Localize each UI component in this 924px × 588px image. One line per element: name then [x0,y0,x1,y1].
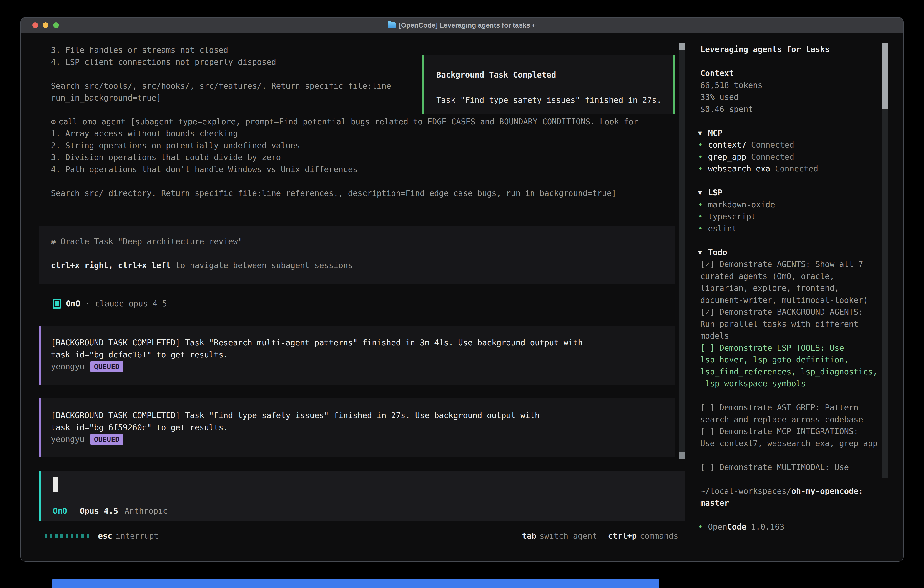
notification-body: Task "Find type safety issues" finished … [436,94,673,106]
app-window: [OpenCode] Leveraging agents for tasks ◐… [20,17,904,562]
app-name-suffix: Code [727,522,746,531]
lsp-item: •eslint [698,223,887,235]
minimize-button[interactable] [43,22,48,28]
lsp-item-name: eslint [708,224,737,233]
workspace-path-repo: oh-my-opencode: [791,487,863,496]
desktop: [OpenCode] Leveraging agents for tasks ◐… [0,0,924,588]
message-text: [BACKGROUND TASK COMPLETED] Task "Find t… [51,410,675,433]
message-author: yeongyu [51,433,84,446]
oracle-task-title-line: ◉ Oracle Task "Deep architecture review" [51,236,675,248]
message-author: yeongyu [51,361,84,373]
tool-call-line: ⚙ call_omo_agent [subagent_type=explore,… [51,116,638,128]
bullet-icon: • [698,199,708,211]
main-scrollbar[interactable] [679,43,685,459]
todo-item-done: [✓] Demonstrate AGENTS: Show all 7 curat… [698,258,887,306]
window-title-group: [OpenCode] Leveraging agents for tasks ◐ [388,21,536,29]
activity-dot [81,534,84,538]
background-task-message: [BACKGROUND TASK COMPLETED] Task "Resear… [39,325,675,385]
terminal-scrollback-bottom: 1. Array access without bounds checking … [51,127,674,199]
bullet-icon: • [698,163,708,175]
agent-name: OmO [66,297,80,310]
bullet-icon: • [698,151,708,163]
gear-icon: ⚙ [51,116,56,128]
statusbar-left: esc interrupt [45,530,159,542]
lsp-item: •markdown-oxide [698,199,887,211]
bullet-icon: • [698,521,708,533]
session-title: Leveraging agents for tasks [698,43,887,56]
lsp-heading: LSP [708,187,722,199]
context-heading: Context [698,67,887,79]
window-controls [32,18,59,33]
mcp-item-name: grep_app [708,152,746,162]
hint-text: to navigate between subagent sessions [171,261,353,270]
lsp-item-name: markdown-oxide [708,200,775,209]
text-cursor [53,477,58,492]
background-window-edge [52,579,659,588]
todo-section-header: ▼ Todo [698,246,887,259]
lsp-item: •typescript [698,211,887,223]
activity-dot [71,534,73,538]
agent-header: OmO · claude-opus-4-5 [53,299,167,309]
esc-key-label: interrupt [116,530,159,542]
record-icon: ◉ [51,237,56,246]
mcp-item-name: websearch_exa [708,164,770,173]
lsp-section-header: ▼ LSP [698,187,887,199]
todo-heading: Todo [708,246,727,259]
todo-item-pending: [ ] Demonstrate MULTIMODAL: Use [698,461,887,473]
ctrlp-key-hint: ctrl+p [608,530,637,542]
activity-dots [45,534,89,538]
tab-key-hint: tab [522,530,536,542]
mcp-item-status: Connected [775,164,818,173]
main-scrollbar-thumb[interactable] [679,43,685,50]
lsp-item-name: typescript [708,212,756,221]
oracle-task-panel: ◉ Oracle Task "Deep architecture review"… [39,226,675,284]
tool-call-text: call_omo_agent [subagent_type=explore, p… [58,116,638,128]
hint-keys: ctrl+x right, ctrl+x left [51,261,171,270]
workspace-branch: master [700,499,729,507]
window-title: [OpenCode] Leveraging agents for tasks ◐ [399,21,536,29]
mcp-item: •grep_appConnected [698,151,887,163]
background-task-message: [BACKGROUND TASK COMPLETED] Task "Find t… [39,398,675,458]
mcp-item: •context7Connected [698,139,887,151]
activity-dot [87,534,89,538]
main-scrollbar-end[interactable] [679,452,685,459]
mcp-heading: MCP [708,127,722,139]
todo-items-pending: [ ] Demonstrate AST-GREP: Pattern search… [698,401,887,449]
activity-dot [55,534,58,538]
mcp-item-status: Connected [751,152,794,162]
bullet-icon: • [698,223,708,235]
status-badge: QUEUED [91,361,123,372]
activity-dot [50,534,52,538]
zoom-button[interactable] [53,22,59,28]
message-text: [BACKGROUND TASK COMPLETED] Task "Resear… [51,337,675,361]
activity-dot [61,534,63,538]
activity-dot [76,534,78,538]
esc-key-hint: esc [98,530,112,542]
subagent-nav-hint: ctrl+x right, ctrl+x left to navigate be… [51,259,675,271]
collapse-triangle-icon: ▼ [698,127,708,139]
collapse-triangle-icon: ▼ [698,187,708,199]
ctrlp-key-label: commands [640,530,678,542]
status-badge: QUEUED [91,434,123,444]
statusbar-right: tab switch agent ctrl+p commands [522,530,678,542]
collapse-triangle-icon: ▼ [698,246,708,259]
agent-model: claude-opus-4-5 [95,297,167,310]
agent-icon [53,299,61,309]
mcp-item-status: Connected [751,140,794,149]
mcp-item-name: context7 [708,140,746,149]
bullet-icon: • [698,211,708,223]
separator-dot: · [85,297,90,310]
input-provider: Anthropic [125,505,168,517]
context-stats: 66,518 tokens 33% used $0.46 spent [698,79,887,115]
notification-title: Background Task Completed [436,69,673,81]
activity-dot [45,534,47,538]
titlebar: [OpenCode] Leveraging agents for tasks ◐ [21,18,903,33]
close-button[interactable] [32,22,38,28]
mcp-section-header: ▼ MCP [698,127,887,139]
oracle-task-title: Oracle Task "Deep architecture review" [61,237,243,246]
todo-item-active: [ ] Demonstrate LSP TOOLS: Use lsp_hover… [698,342,887,390]
tab-key-label: switch agent [540,530,597,542]
prompt-input[interactable]: OmO Opus 4.5 Anthropic [39,471,685,521]
sidebar: Leveraging agents for tasks Context 66,5… [698,43,887,533]
workspace-path-prefix: ~/local-workspaces/ [700,487,791,496]
